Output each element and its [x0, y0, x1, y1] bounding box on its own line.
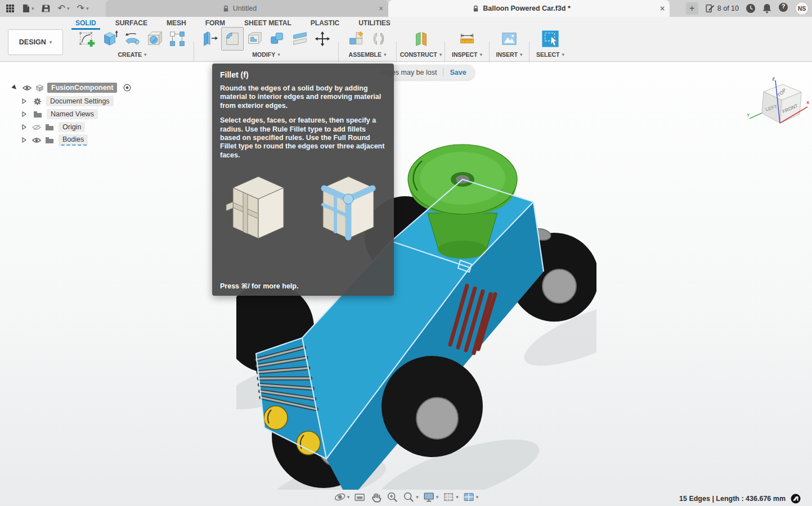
visibility-eye-icon[interactable]: [32, 137, 41, 143]
orbit-button[interactable]: ▾: [334, 491, 350, 503]
press-pull-icon: [201, 30, 219, 48]
construction-plane-button[interactable]: [410, 27, 432, 51]
collapsed-arrow-icon[interactable]: [21, 124, 28, 130]
redo-icon: ↷: [77, 4, 84, 13]
lock-icon: [223, 5, 229, 12]
select-icon: [541, 30, 559, 48]
caret-down-icon: ▾: [436, 495, 439, 500]
split-body-button[interactable]: [289, 27, 311, 51]
create-sketch-button[interactable]: [76, 27, 98, 51]
save-button[interactable]: [42, 4, 51, 13]
file-menu-button[interactable]: ▾: [22, 4, 34, 13]
caret-down-icon: ▾: [347, 495, 350, 500]
activate-component-radio[interactable]: [123, 84, 131, 92]
close-tab-icon[interactable]: ×: [655, 4, 670, 13]
visibility-eye-icon[interactable]: [23, 85, 32, 91]
fit-button[interactable]: ▾: [402, 491, 419, 503]
caret-down-icon: ▾: [456, 495, 459, 500]
group-inspect: INSPECT ▾: [446, 27, 488, 61]
hole-button[interactable]: [143, 27, 166, 51]
combine-button[interactable]: [266, 27, 289, 51]
job-status-button[interactable]: 8 of 10: [705, 4, 739, 13]
group-label-construct[interactable]: CONSTRUCT ▾: [398, 51, 444, 58]
tooltip-paragraph: Rounds the edges of a solid body by addi…: [220, 84, 386, 110]
app-grid-menu-icon[interactable]: [6, 4, 15, 13]
move-copy-button[interactable]: [311, 27, 334, 51]
joint-icon: [370, 30, 388, 48]
autodesk-logo-icon[interactable]: [791, 494, 801, 504]
notifications-bell-icon[interactable]: [762, 3, 771, 13]
viewports-button[interactable]: ▾: [463, 491, 479, 503]
browser-item-label[interactable]: Origin: [59, 122, 85, 132]
z-axis-label: Z: [772, 76, 775, 82]
pan-button[interactable]: [370, 491, 382, 503]
zoom-button[interactable]: [386, 491, 398, 503]
measure-button[interactable]: [456, 27, 478, 51]
browser-row-named-views[interactable]: Named Views: [0, 109, 98, 120]
browser-row-document-settings[interactable]: Document Settings: [0, 96, 114, 107]
move-icon: [313, 30, 331, 48]
tooltip-before-cube-image: [221, 166, 295, 251]
component-label[interactable]: FusionComponent: [47, 83, 117, 93]
help-button[interactable]: ?: [778, 2, 788, 15]
shell-button[interactable]: [244, 27, 266, 51]
zoom-icon: [386, 491, 398, 503]
browser-item-label[interactable]: Bodies: [59, 134, 88, 146]
browser-root-row[interactable]: FusionComponent: [0, 82, 131, 93]
caret-down-icon: ▾: [416, 495, 419, 500]
collapsed-arrow-icon[interactable]: [21, 98, 28, 105]
document-tab-active[interactable]: Balloon Powered Car.f3d * ×: [388, 0, 670, 17]
y-axis-label: Y: [747, 112, 750, 118]
undo-button[interactable]: ↶ ▾: [58, 4, 70, 13]
grid-settings-button[interactable]: ▾: [442, 491, 459, 503]
collapsed-arrow-icon[interactable]: [21, 137, 28, 143]
fillet-tooltip: Fillet (f) Rounds the edges of a solid b…: [212, 64, 394, 296]
look-at-button[interactable]: [353, 491, 366, 503]
group-construct: CONSTRUCT ▾: [398, 27, 444, 61]
browser-row-origin[interactable]: Origin: [0, 121, 85, 133]
press-pull-button[interactable]: [199, 27, 221, 51]
titlebar: ▾ ↶ ▾ ↷ ▾ Untitled × Balloo: [0, 0, 812, 17]
group-label-inspect[interactable]: INSPECT ▾: [446, 51, 488, 58]
ribbon-toolbar: DESIGN ▾ SOLID SURFACE MESH FORM SHEET M…: [0, 17, 812, 62]
viewport-canvas[interactable]: anges may be lost Save FusionComponent D…: [0, 62, 812, 506]
group-label-modify[interactable]: MODIFY ▾: [196, 51, 337, 58]
new-tab-button[interactable]: +: [686, 2, 698, 15]
revolve-button[interactable]: [121, 27, 143, 51]
browser-row-bodies[interactable]: Bodies: [0, 134, 88, 146]
extrude-button[interactable]: [98, 27, 121, 51]
workspace-switcher[interactable]: DESIGN ▾: [8, 29, 63, 55]
redo-button[interactable]: ↷ ▾: [77, 4, 88, 13]
clock-icon[interactable]: [746, 3, 756, 13]
collapsed-arrow-icon[interactable]: [21, 111, 28, 118]
select-button[interactable]: [539, 27, 562, 51]
joint-button[interactable]: [367, 27, 390, 51]
new-component-button[interactable]: [345, 27, 367, 51]
pattern-button[interactable]: [166, 27, 189, 51]
caret-down-icon: ▾: [67, 6, 70, 11]
group-label-select[interactable]: SELECT ▾: [531, 51, 570, 58]
caret-down-icon: ▾: [479, 52, 482, 57]
pan-hand-icon: [370, 491, 382, 503]
display-settings-button[interactable]: ▾: [423, 491, 439, 503]
user-avatar[interactable]: NS: [795, 2, 809, 15]
expand-arrow-icon[interactable]: [11, 84, 18, 91]
car-wheel-front-right[interactable]: [382, 356, 483, 457]
caret-down-icon: ▾: [520, 52, 523, 57]
browser-item-label[interactable]: Named Views: [47, 109, 98, 119]
group-label-insert[interactable]: INSERT ▾: [491, 51, 528, 58]
document-tab-untitled[interactable]: Untitled ×: [106, 0, 388, 17]
caret-down-icon: ▾: [86, 6, 89, 11]
group-label-assemble[interactable]: ASSEMBLE ▾: [340, 51, 394, 58]
grid-icon: [442, 491, 455, 503]
browser-item-label[interactable]: Document Settings: [46, 96, 114, 106]
folder-icon: [45, 137, 54, 144]
insert-button[interactable]: [498, 27, 521, 51]
save-link[interactable]: Save: [450, 69, 466, 76]
group-label-create[interactable]: CREATE ▾: [72, 51, 192, 58]
combine-icon: [268, 30, 286, 48]
view-cube[interactable]: TOP LEFT FRONT Z X Y: [746, 74, 810, 135]
fillet-button[interactable]: [221, 27, 244, 51]
visibility-off-eye-icon[interactable]: [32, 124, 41, 130]
close-tab-icon[interactable]: ×: [374, 4, 388, 13]
